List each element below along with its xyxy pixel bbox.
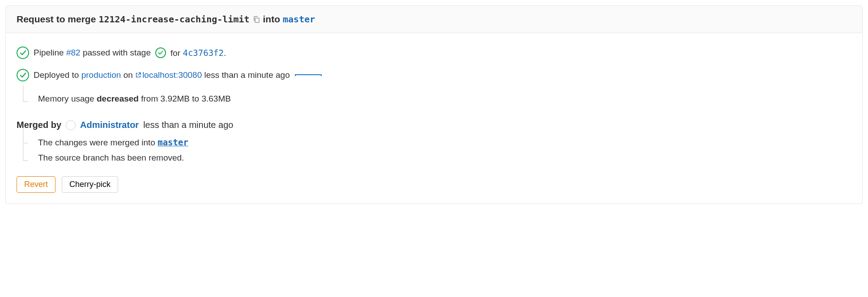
source-branch-name: 12124-increase-caching-limit: [98, 14, 249, 25]
memory-block: Memory usage decreased from 3.92MB to 3.…: [23, 91, 851, 106]
source-removed-line: The source branch has been removed.: [38, 150, 851, 165]
pipeline-number-link[interactable]: #82: [66, 48, 81, 57]
external-link-icon: [135, 72, 141, 78]
merged-into-line: The changes were merged into master: [38, 135, 851, 150]
merge-header-into: into: [263, 14, 280, 25]
environment-link[interactable]: production: [81, 70, 121, 80]
pipeline-for-text: for 4c3763f2.: [170, 48, 226, 58]
stage-success-icon[interactable]: [155, 47, 166, 58]
status-success-icon: [17, 47, 29, 59]
merged-target-branch-link[interactable]: master: [157, 137, 188, 147]
deployment-url-link[interactable]: localhost:30080: [135, 70, 204, 80]
merge-details-block: The changes were merged into master The …: [23, 135, 851, 165]
memory-from: 3.92MB: [161, 94, 190, 103]
pipeline-passed-text: passed with stage: [83, 48, 151, 57]
pipeline-label: Pipeline: [34, 48, 64, 57]
avatar[interactable]: [66, 120, 76, 130]
merge-request-widget: Request to merge 12124-increase-caching-…: [5, 5, 863, 204]
deployed-on-label: on: [123, 70, 133, 80]
commit-link[interactable]: 4c3763f2: [183, 48, 224, 58]
deploy-time: less than a minute ago: [204, 70, 290, 80]
merge-header-prefix: Request to merge: [17, 14, 96, 25]
revert-button[interactable]: Revert: [17, 176, 55, 193]
svg-rect-0: [255, 18, 259, 22]
merged-into-text: The changes were merged into: [38, 138, 155, 147]
target-branch-name[interactable]: master: [283, 14, 315, 25]
merge-actions: Revert Cherry-pick: [17, 176, 851, 193]
merged-time: less than a minute ago: [143, 120, 233, 130]
merged-by-row: Merged by Administrator less than a minu…: [17, 120, 851, 130]
copy-branch-icon[interactable]: [252, 14, 260, 25]
deploy-row: Deployed to production on localhost:3008…: [17, 69, 851, 81]
memory-change: decreased: [97, 94, 139, 103]
pipeline-text: Pipeline #82 passed with stage: [34, 48, 151, 58]
memory-to: 3.63MB: [201, 94, 230, 103]
merge-header: Request to merge 12124-increase-caching-…: [6, 6, 862, 33]
memory-sparkline: [295, 74, 322, 78]
pipeline-row: Pipeline #82 passed with stage for 4c376…: [17, 47, 851, 59]
deploy-text: Deployed to production on localhost:3008…: [34, 70, 322, 80]
memory-line: Memory usage decreased from 3.92MB to 3.…: [38, 91, 851, 106]
cherry-pick-button[interactable]: Cherry-pick: [62, 176, 118, 193]
deploy-success-icon: [17, 69, 29, 81]
merge-body: Pipeline #82 passed with stage for 4c376…: [6, 33, 862, 204]
deployed-to-label: Deployed to: [34, 70, 79, 80]
merged-by-user-link[interactable]: Administrator: [80, 120, 139, 130]
memory-label: Memory usage: [38, 94, 94, 103]
